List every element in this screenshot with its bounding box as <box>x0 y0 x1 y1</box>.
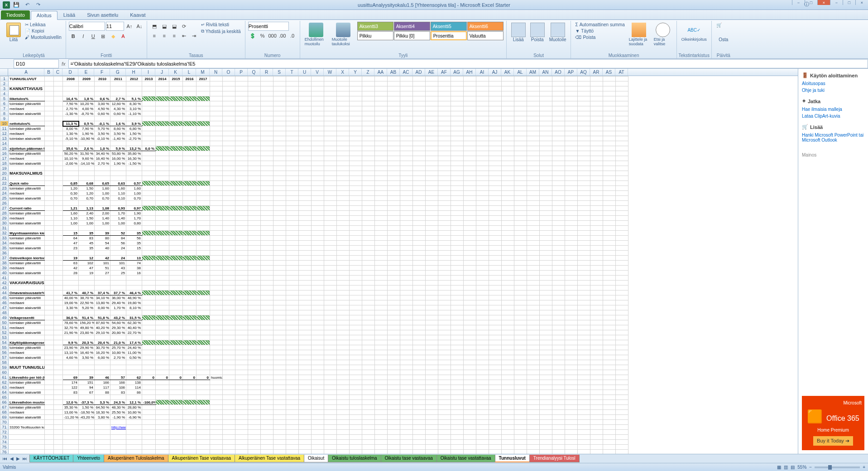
col-header-S[interactable]: S <box>273 69 286 76</box>
col-header-M[interactable]: M <box>196 69 210 76</box>
tab-home[interactable]: Aloitus <box>31 11 58 20</box>
col-header-AO[interactable]: AO <box>552 69 565 76</box>
side-link-guide[interactable]: Aloitusopas <box>802 80 864 87</box>
col-header-N[interactable]: N <box>210 69 222 76</box>
col-header-A[interactable]: A <box>8 69 44 76</box>
app-minimize-button[interactable]: − <box>792 0 805 5</box>
sheet-tab[interactable]: Alkuperäinen Tuloslaskelma <box>104 455 168 462</box>
doc-minimize-button[interactable]: − <box>830 0 843 5</box>
format-painter-button[interactable]: 🖌Muotoilusivellin <box>24 34 63 40</box>
format-cells-button[interactable]: Muotoile <box>547 22 568 43</box>
col-header-AD[interactable]: AD <box>412 69 425 76</box>
col-header-AR[interactable]: AR <box>590 69 603 76</box>
format-table-button[interactable]: Muotoile taulukoksi <box>330 22 356 47</box>
align-center-button[interactable]: ≡ <box>160 31 169 40</box>
doc-close-button[interactable]: × <box>855 0 868 5</box>
sheet-tab[interactable]: Tunnusluvut <box>495 455 530 462</box>
app-close-button[interactable]: × <box>817 0 830 5</box>
sheet-tab[interactable]: KÄYTTÖOHJEET <box>29 455 73 462</box>
col-header-D[interactable]: D <box>62 69 78 76</box>
tab-file[interactable]: Tiedosto <box>1 10 30 19</box>
col-header-AS[interactable]: AS <box>603 69 615 76</box>
spreadsheet-grid[interactable]: ABCDEFGHIJKLMNOPQRSTUVWXYZAAABACADAEAFAG… <box>0 69 798 454</box>
font-size-select[interactable] <box>106 22 124 31</box>
tab-formulas[interactable]: Kaavat <box>124 10 151 19</box>
sheet-tab[interactable]: Oikaistu tase vastaavaa <box>381 455 437 462</box>
conditional-formatting-button[interactable]: Ehdollinen muotoilu <box>303 22 329 47</box>
zoom-in-button[interactable]: + <box>863 465 865 470</box>
sheet-next-button[interactable]: ▶ <box>15 456 21 461</box>
col-header-U[interactable]: U <box>298 69 311 76</box>
side-link-templates[interactable]: Hae ilmaisia malleja <box>802 106 864 113</box>
col-header-AB[interactable]: AB <box>387 69 400 76</box>
sheet-tab[interactable]: Alkuperäinen Tase vastattavaa <box>235 455 304 462</box>
currency-button[interactable]: 💲 <box>248 31 257 40</box>
sheet-tab[interactable]: Alkuperäinen Tase vastaavaa <box>168 455 235 462</box>
font-color-button[interactable]: A <box>119 32 128 41</box>
zoom-out-button[interactable]: − <box>809 465 812 470</box>
autosum-button[interactable]: ΣAutomaattinen summa <box>574 22 626 28</box>
col-header-V[interactable]: V <box>311 69 324 76</box>
col-header-AL[interactable]: AL <box>514 69 527 76</box>
excel-app-icon[interactable]: X <box>3 1 10 9</box>
paste-button[interactable]: Liitä <box>5 22 23 43</box>
fill-color-button[interactable]: ◆ <box>109 32 118 41</box>
side-link-buy[interactable]: Hanki Microsoft PowerPoint tai Microsoft… <box>802 132 864 143</box>
col-header-C[interactable]: C <box>53 69 62 76</box>
app-maximize-button[interactable]: □ <box>805 0 817 5</box>
copy-button[interactable]: 📄Kopioi <box>24 28 63 34</box>
font-name-select[interactable] <box>69 22 105 31</box>
side-link-clipart[interactable]: Lataa ClipArt-kuvia <box>802 113 864 119</box>
sheet-tab[interactable]: Oikaisut <box>304 455 328 462</box>
wrap-text-button[interactable]: ↵Rivitä teksti <box>200 22 242 28</box>
style-accent3[interactable]: Aksentti3 <box>357 22 393 31</box>
col-header-AK[interactable]: AK <box>501 69 514 76</box>
buy-today-button[interactable]: Buy it Today ➔ <box>813 436 853 446</box>
col-header-L[interactable]: L <box>182 69 196 76</box>
tab-insert[interactable]: Lisää <box>58 10 81 19</box>
view-normal-button[interactable]: ▦ <box>777 465 781 470</box>
view-layout-button[interactable]: ▥ <box>784 465 788 470</box>
sheet-first-button[interactable]: ⏮ <box>2 456 8 461</box>
cells-table[interactable]: 1TUNNUSLUVUT2008200920102011201220132014… <box>0 76 628 454</box>
style-comma0[interactable]: Pilkku [0] <box>394 31 430 40</box>
col-header-AP[interactable]: AP <box>565 69 577 76</box>
col-header-I[interactable]: I <box>142 69 155 76</box>
style-accent4[interactable]: Aksentti4 <box>394 22 430 31</box>
style-comma[interactable]: Pilkku <box>357 31 393 40</box>
col-header-K[interactable]: K <box>169 69 182 76</box>
align-right-button[interactable]: ≡ <box>170 31 179 40</box>
col-header-AJ[interactable]: AJ <box>489 69 501 76</box>
clear-button[interactable]: ⌫Poista <box>574 34 626 40</box>
side-link-help[interactable]: Ohje ja tuki <box>802 87 864 94</box>
indent-decrease-button[interactable]: ⇤ <box>180 31 189 40</box>
col-header-O[interactable]: O <box>222 69 235 76</box>
cut-button[interactable]: ✂Leikkaa <box>24 22 63 28</box>
col-header-R[interactable]: R <box>260 69 273 76</box>
col-header-AE[interactable]: AE <box>425 69 438 76</box>
col-header-AQ[interactable]: AQ <box>577 69 590 76</box>
sheet-last-button[interactable]: ⏭ <box>22 456 28 461</box>
style-currency[interactable]: Valuutta <box>467 31 504 40</box>
undo-button[interactable]: ↶ <box>23 1 32 9</box>
italic-button[interactable]: I <box>79 32 88 41</box>
orientation-button[interactable]: ⟳ <box>180 22 189 31</box>
spelling-button[interactable]: ABC✓Oikeinkirjoitus <box>680 22 709 43</box>
view-pagebreak-button[interactable]: ▤ <box>791 465 795 470</box>
col-header-AC[interactable]: AC <box>400 69 412 76</box>
sheet-tab[interactable]: Yhteenveto <box>73 455 104 462</box>
col-header-Y[interactable]: Y <box>349 69 362 76</box>
decrease-font-button[interactable]: A↓ <box>135 22 144 31</box>
buy-button[interactable]: 🛒Osta <box>715 22 733 43</box>
col-header-AG[interactable]: AG <box>451 69 463 76</box>
underline-button[interactable]: U <box>89 32 98 41</box>
redo-button[interactable]: ↷ <box>34 1 43 9</box>
border-button[interactable]: ⊞ <box>99 32 108 41</box>
style-accent6[interactable]: Aksentti6 <box>467 22 504 31</box>
name-box[interactable] <box>14 59 59 68</box>
bold-button[interactable]: B <box>69 32 78 41</box>
sort-filter-button[interactable]: Lajittele ja suodata <box>627 22 651 47</box>
col-header-Z[interactable]: Z <box>362 69 374 76</box>
percent-button[interactable]: % <box>258 31 267 40</box>
col-header-AN[interactable]: AN <box>539 69 552 76</box>
